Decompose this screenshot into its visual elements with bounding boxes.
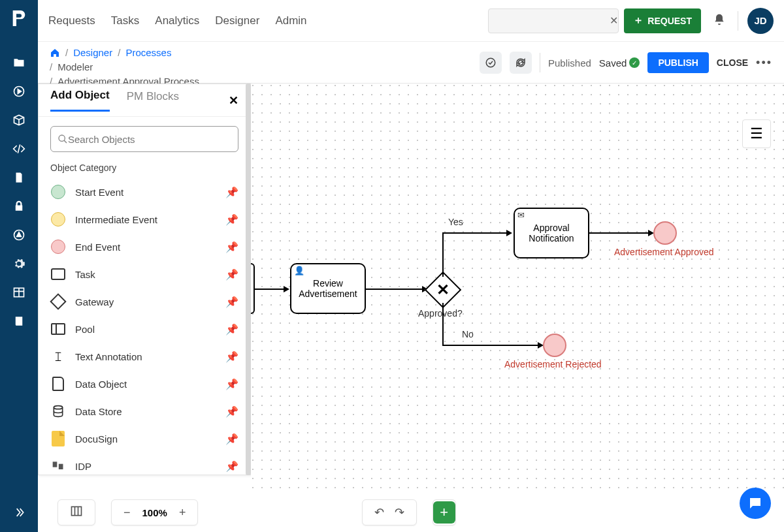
nav-deploy-icon[interactable] — [11, 227, 27, 243]
pin-icon[interactable]: 📌 — [225, 186, 238, 198]
pin-icon[interactable]: 📌 — [225, 405, 238, 418]
tab-add-object[interactable]: Add Object — [50, 89, 110, 112]
notifications-icon[interactable] — [713, 13, 726, 29]
user-avatar[interactable]: JD — [747, 8, 774, 34]
nav-play-icon[interactable] — [11, 84, 27, 99]
home-icon[interactable] — [50, 48, 60, 58]
bottom-toolbar: − 100% + ↶ ↷ + — [38, 493, 784, 532]
nav-tasks[interactable]: Tasks — [111, 14, 139, 27]
obj-intermediate-event[interactable]: Intermediate Event📌 — [39, 206, 250, 233]
nav-book-icon[interactable] — [11, 313, 27, 329]
breadcrumb-bar: /Designer /Processes /Modeler /Advertise… — [38, 42, 784, 84]
publish-button[interactable]: PUBLISH — [647, 52, 708, 73]
panel-scroll-gutter — [246, 84, 251, 475]
obj-text-annotation[interactable]: 𝙸Text Annotation📌 — [39, 343, 250, 370]
search-icon — [57, 134, 68, 144]
nav-code-icon[interactable] — [11, 141, 27, 157]
nav-analytics[interactable]: Analytics — [155, 14, 199, 27]
svg-point-6 — [54, 406, 62, 409]
bpmn-end-rejected[interactable] — [543, 334, 566, 357]
obj-gateway[interactable]: Gateway📌 — [39, 288, 250, 315]
zoom-in-icon[interactable]: + — [174, 506, 191, 520]
add-object-panel: Add Object PM Blocks ✕ Object Category S… — [38, 84, 251, 475]
pin-icon[interactable]: 📌 — [225, 351, 238, 363]
crumb-processes[interactable]: Processes — [125, 46, 171, 60]
nav-designer[interactable]: Designer — [215, 14, 259, 27]
global-search[interactable]: ✕ — [488, 8, 619, 33]
close-button[interactable]: CLOSE — [717, 57, 748, 68]
pin-icon[interactable]: 📌 — [225, 460, 238, 473]
app-logo — [8, 8, 29, 29]
crumb-designer[interactable]: Designer — [73, 46, 112, 60]
edge-no-label: No — [462, 329, 474, 339]
nav-table-icon[interactable] — [11, 285, 27, 300]
panel-close-icon[interactable]: ✕ — [229, 93, 238, 108]
obj-start-event[interactable]: Start Event📌 — [39, 178, 250, 206]
minimap-icon — [65, 505, 88, 521]
svg-rect-9 — [72, 507, 82, 515]
svg-point-4 — [486, 58, 495, 67]
history-controls: ↶ ↷ — [362, 499, 417, 525]
nav-doc-icon[interactable] — [11, 170, 27, 185]
nav-requests[interactable]: Requests — [48, 14, 95, 27]
pin-icon[interactable]: 📌 — [225, 296, 238, 308]
nav-folder-icon[interactable] — [11, 55, 27, 70]
top-nav: Requests Tasks Analytics Designer Admin … — [38, 0, 784, 42]
more-options-icon[interactable]: ••• — [756, 56, 772, 70]
svg-rect-8 — [59, 464, 63, 469]
nav-box-icon[interactable] — [11, 112, 27, 128]
pin-icon[interactable]: 📌 — [225, 268, 238, 281]
refresh-icon[interactable] — [510, 52, 532, 74]
bpmn-task-review[interactable]: 👤Review Advertisement — [290, 263, 366, 314]
gateway-label: Approved? — [418, 308, 463, 319]
zoom-out-icon[interactable]: − — [118, 506, 136, 520]
object-search-input[interactable] — [68, 134, 231, 145]
nav-lock-icon[interactable] — [11, 198, 27, 214]
pin-icon[interactable]: 📌 — [225, 323, 238, 336]
saved-indicator: Saved✓ — [599, 57, 640, 69]
left-rail — [0, 0, 38, 532]
obj-data-object[interactable]: Data Object📌 — [39, 370, 250, 398]
category-heading: Object Category — [39, 159, 250, 178]
end-approved-label: Advertisement Approved — [614, 247, 714, 257]
new-request-button[interactable]: ＋REQUEST — [624, 8, 701, 33]
chat-widget-icon[interactable] — [740, 488, 771, 519]
pin-icon[interactable]: 📌 — [225, 378, 238, 390]
bpmn-task-notify[interactable]: ✉Approval Notification — [514, 208, 589, 258]
tab-pm-blocks[interactable]: PM Blocks — [127, 90, 179, 111]
expand-rail-icon[interactable] — [0, 499, 38, 525]
validate-icon[interactable] — [480, 52, 502, 74]
obj-idp[interactable]: IDP📌 — [39, 452, 250, 472]
pin-icon[interactable]: 📌 — [225, 213, 238, 226]
canvas-menu-icon[interactable]: ☰ — [742, 119, 771, 148]
obj-docusign[interactable]: DocuSign📌 — [39, 425, 250, 452]
undo-icon[interactable]: ↶ — [369, 505, 389, 520]
object-search[interactable] — [50, 126, 238, 152]
pin-icon[interactable]: 📌 — [225, 433, 238, 445]
nav-gear-icon[interactable] — [11, 256, 27, 272]
nav-admin[interactable]: Admin — [275, 14, 306, 27]
user-icon: 👤 — [294, 266, 304, 275]
clear-search-icon[interactable]: ✕ — [610, 14, 618, 27]
minimap-button[interactable] — [57, 499, 95, 525]
end-rejected-label: Advertisement Rejected — [504, 359, 602, 369]
redo-icon[interactable]: ↷ — [389, 505, 410, 520]
zoom-level: 100% — [136, 507, 174, 518]
bpmn-end-approved[interactable] — [653, 221, 677, 245]
global-search-input[interactable] — [495, 16, 610, 26]
pin-icon[interactable]: 📌 — [225, 241, 238, 253]
svg-point-5 — [59, 135, 65, 141]
edge-yes-label: Yes — [448, 217, 463, 227]
breadcrumb: /Designer /Processes /Modeler /Advertise… — [50, 46, 199, 88]
obj-data-store[interactable]: Data Store📌 — [39, 398, 250, 425]
obj-task[interactable]: Task📌 — [39, 260, 250, 288]
bpmn-canvas[interactable]: ☰ 👤Review Advertisement ✕ Approved? Yes … — [251, 84, 784, 493]
envelope-icon: ✉ — [517, 210, 525, 220]
bpmn-gateway[interactable]: ✕ — [430, 277, 456, 303]
obj-pool[interactable]: Pool📌 — [39, 315, 250, 343]
add-element-button[interactable]: + — [433, 501, 455, 524]
zoom-controls: − 100% + — [111, 499, 198, 525]
crumb-modeler: Modeler — [57, 60, 93, 74]
obj-end-event[interactable]: End Event📌 — [39, 233, 250, 260]
svg-rect-7 — [53, 462, 57, 467]
